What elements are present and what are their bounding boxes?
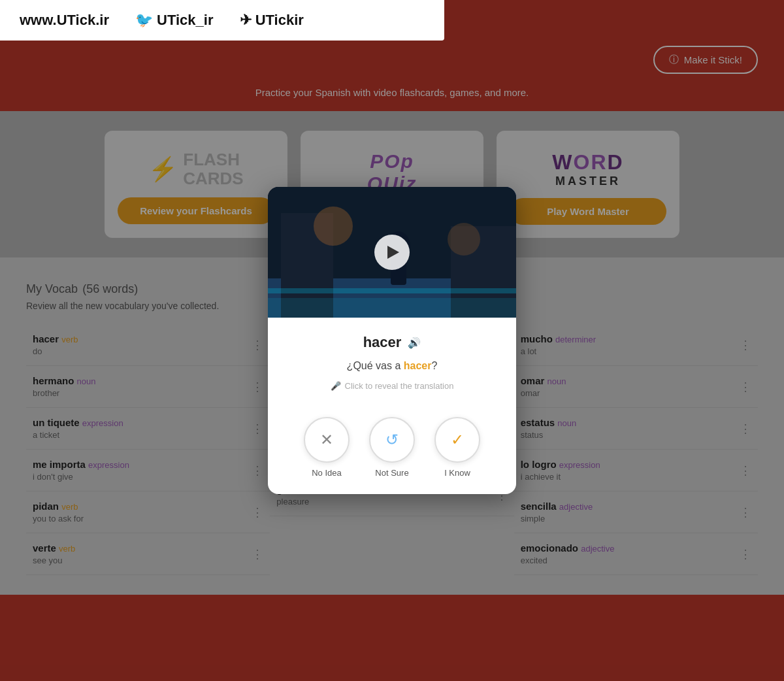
refresh-icon: ↺ xyxy=(385,431,399,449)
not-sure-button[interactable]: ↺ xyxy=(369,417,415,463)
watermark-banner: www.UTick.ir 🐦 UTick_ir ✈ UTickir xyxy=(0,0,444,41)
svg-point-7 xyxy=(314,207,353,246)
not-sure-label: Not Sure xyxy=(375,468,408,478)
x-icon: ✕ xyxy=(320,431,333,449)
check-icon: ✓ xyxy=(451,431,464,449)
no-idea-button[interactable]: ✕ xyxy=(304,417,350,463)
i-know-container: ✓ I Know xyxy=(434,417,480,478)
mic-icon: 🎤 xyxy=(331,381,341,391)
action-buttons: ✕ No Idea ↺ Not Sure ✓ I Know xyxy=(268,417,516,494)
video-container xyxy=(268,187,516,318)
video-scene xyxy=(268,187,516,318)
svg-rect-4 xyxy=(268,288,516,293)
watermark-telegram: ✈ UTickir xyxy=(240,12,304,29)
highlighted-word: hacer xyxy=(404,360,432,371)
not-sure-container: ↺ Not Sure xyxy=(369,417,415,478)
modal-overlay[interactable]: hacer 🔊 ¿Qué vas a hacer? 🎤 Click to rev… xyxy=(0,0,784,681)
i-know-label: I Know xyxy=(444,468,470,478)
reveal-translation[interactable]: 🎤 Click to reveal the translation xyxy=(287,381,497,391)
flashcard-sentence: ¿Qué vas a hacer? xyxy=(287,360,497,372)
no-idea-label: No Idea xyxy=(312,468,342,478)
watermark-url: www.UTick.ir xyxy=(20,12,109,29)
reveal-label: Click to reveal the translation xyxy=(345,381,454,391)
flashcard-content: hacer 🔊 ¿Qué vas a hacer? 🎤 Click to rev… xyxy=(268,318,516,404)
i-know-button[interactable]: ✓ xyxy=(434,417,480,463)
audio-icon[interactable]: 🔊 xyxy=(408,337,421,349)
flashcard-modal: hacer 🔊 ¿Qué vas a hacer? 🎤 Click to rev… xyxy=(268,187,516,494)
watermark-twitter: 🐦 UTick_ir xyxy=(135,12,214,29)
svg-point-8 xyxy=(448,223,480,256)
no-idea-container: ✕ No Idea xyxy=(304,417,350,478)
play-icon xyxy=(387,246,399,259)
svg-rect-9 xyxy=(268,298,516,318)
flashcard-word: hacer 🔊 xyxy=(287,334,497,351)
play-button[interactable] xyxy=(374,235,410,270)
